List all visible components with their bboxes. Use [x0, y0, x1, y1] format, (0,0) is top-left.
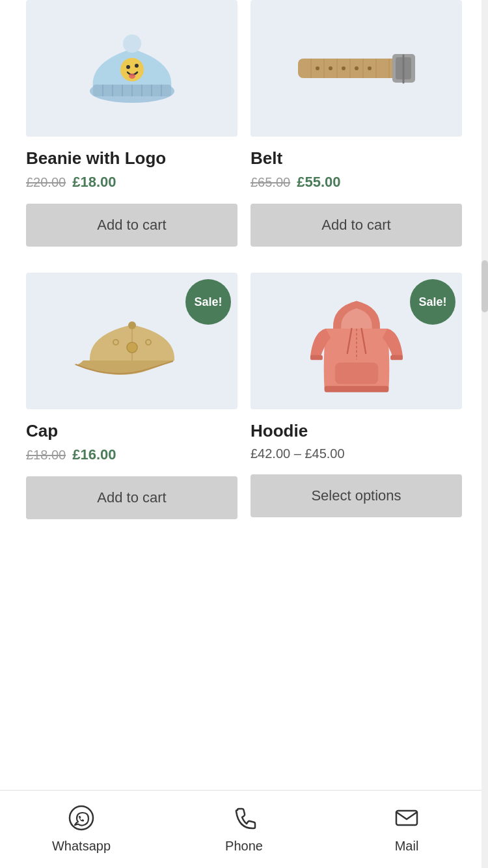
svg-point-9: [123, 34, 141, 53]
product-image-cap: Sale!: [26, 273, 237, 409]
price-sale-beanie: £18.00: [72, 174, 116, 191]
product-image-hoodie: Sale!: [251, 273, 462, 409]
product-image-beanie: [26, 0, 237, 137]
product-title-beanie: Beanie with Logo: [26, 148, 237, 169]
svg-rect-37: [390, 355, 403, 360]
belt-illustration: [291, 36, 422, 101]
price-original-belt: £65.00: [251, 175, 290, 190]
nav-item-phone[interactable]: Phone: [163, 805, 325, 854]
add-to-cart-beanie[interactable]: Add to cart: [26, 204, 237, 247]
phone-label: Phone: [225, 839, 263, 854]
phone-icon: [231, 805, 257, 835]
scrollbar-track: [481, 0, 488, 868]
svg-rect-36: [310, 355, 322, 360]
svg-point-28: [355, 66, 359, 70]
price-sale-cap: £16.00: [72, 446, 116, 463]
price-original-beanie: £20.00: [26, 175, 66, 190]
whatsapp-icon: [68, 805, 94, 835]
svg-point-25: [316, 66, 319, 70]
svg-point-33: [127, 342, 137, 353]
beanie-illustration: [80, 23, 184, 114]
mail-label: Mail: [395, 839, 419, 854]
svg-rect-42: [396, 811, 417, 825]
sale-badge-hoodie: Sale!: [410, 279, 455, 325]
nav-item-whatsapp[interactable]: Whatsapp: [0, 805, 163, 854]
product-card-belt: Belt £65.00 £55.00 Add to cart: [251, 0, 462, 247]
svg-point-27: [342, 66, 346, 70]
product-title-belt: Belt: [251, 148, 462, 169]
add-to-cart-belt[interactable]: Add to cart: [251, 204, 462, 247]
price-sale-belt: £55.00: [297, 174, 340, 191]
hoodie-illustration: [305, 282, 409, 400]
product-grid: Beanie with Logo £20.00 £18.00 Add to ca…: [0, 0, 488, 558]
product-card-hoodie: Sale!: [251, 273, 462, 519]
svg-point-11: [126, 65, 130, 69]
price-original-cap: £18.00: [26, 448, 66, 463]
add-to-cart-cap[interactable]: Add to cart: [26, 476, 237, 519]
svg-point-13: [129, 74, 135, 79]
product-card-cap: Sale! Cap £18.00 £16.00: [26, 273, 237, 519]
product-price-belt: £65.00 £55.00: [251, 174, 462, 191]
scrollbar-thumb[interactable]: [481, 260, 488, 312]
nav-item-mail[interactable]: Mail: [325, 805, 488, 854]
svg-rect-34: [334, 362, 377, 384]
product-title-hoodie: Hoodie: [251, 421, 462, 441]
price-range-hoodie: £42.00 – £45.00: [251, 446, 345, 461]
cap-illustration: [70, 295, 194, 387]
mail-icon: [394, 805, 420, 835]
product-title-cap: Cap: [26, 421, 237, 441]
product-card-beanie: Beanie with Logo £20.00 £18.00 Add to ca…: [26, 0, 237, 247]
select-options-hoodie[interactable]: Select options: [251, 474, 462, 517]
sale-badge-cap: Sale!: [185, 279, 231, 325]
svg-point-29: [368, 66, 372, 70]
product-image-belt: [251, 0, 462, 137]
product-price-hoodie: £42.00 – £45.00: [251, 446, 462, 461]
svg-point-12: [135, 64, 139, 68]
product-price-beanie: £20.00 £18.00: [26, 174, 237, 191]
whatsapp-label: Whatsapp: [52, 839, 111, 854]
svg-rect-35: [324, 386, 388, 392]
svg-point-30: [128, 321, 136, 329]
svg-point-26: [329, 66, 332, 70]
bottom-nav: Whatsapp Phone Mail: [0, 790, 488, 868]
product-price-cap: £18.00 £16.00: [26, 446, 237, 463]
